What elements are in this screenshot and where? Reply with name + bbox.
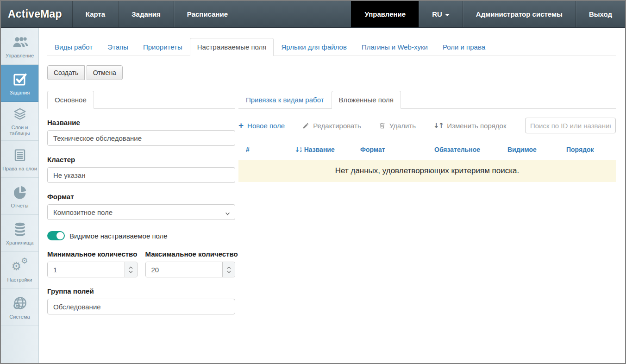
table-header-row: # ↓12 Название Формат Обязательное Видим…	[238, 133, 616, 160]
sidebar-item-system[interactable]: C Система	[1, 289, 38, 326]
tab-nested-fields[interactable]: Вложенные поля	[332, 91, 401, 109]
sidebar-item-label: Система	[9, 314, 30, 320]
sidebar-item-label: Слои и таблицы	[2, 125, 37, 137]
max-count-label: Максимальное количество	[145, 250, 236, 258]
right-tabs: Привязка к видам работ Вложенные поля	[238, 91, 616, 109]
new-field-label: Новое поле	[247, 122, 285, 130]
checkbox-icon	[12, 71, 28, 88]
pie-chart-icon	[12, 184, 28, 201]
chevron-up-icon	[129, 266, 133, 269]
sidebar-item-label: Задания	[10, 90, 30, 96]
visible-toggle-label: Видимое настраиваемое поле	[69, 232, 168, 240]
cluster-label: Кластер	[47, 156, 235, 163]
header-name-sortable[interactable]: ↓12 Название	[294, 146, 360, 153]
sidebar: Управление Задания Слои и таблицы Права …	[1, 28, 39, 363]
field-form-panel: Основное Название Кластер Формат Компози…	[47, 91, 235, 314]
group-input[interactable]	[47, 299, 235, 314]
create-button[interactable]: Создать	[47, 65, 85, 80]
visible-toggle[interactable]	[47, 231, 65, 240]
name-input[interactable]	[47, 130, 235, 146]
chevron-down-icon	[227, 270, 231, 273]
tab-file-labels[interactable]: Ярлыки для файлов	[274, 38, 354, 56]
max-count-group: Максимальное количество	[145, 250, 236, 277]
tab-priorities[interactable]: Приоритеты	[136, 38, 190, 56]
group-field-group: Группа полей	[47, 287, 235, 314]
sort-arrows-icon: ↓↑	[433, 121, 443, 130]
header-visible: Видимое	[507, 146, 566, 153]
tab-plugins-webhooks[interactable]: Плагины и Web-хуки	[354, 38, 435, 56]
min-count-group: Минимальное количество	[47, 250, 138, 277]
chevron-down-icon	[445, 14, 450, 16]
new-field-button[interactable]: + Новое поле	[238, 122, 285, 130]
sidebar-item-management[interactable]: Управление	[1, 28, 38, 65]
nav-item-management[interactable]: Управление	[351, 1, 419, 27]
form-tabs: Основное	[47, 91, 235, 109]
sidebar-item-settings[interactable]: ⚙⚙ Настройки	[1, 252, 38, 289]
max-count-input[interactable]	[146, 262, 223, 277]
cluster-field-group: Кластер	[47, 156, 235, 183]
cancel-button[interactable]: Отмена	[87, 65, 123, 80]
name-label: Название	[47, 119, 235, 126]
sort-numeric-icon: ↓12	[294, 146, 302, 153]
cluster-input[interactable]	[47, 167, 235, 183]
sidebar-item-layer-rights[interactable]: Права на слои	[1, 141, 38, 178]
search-input[interactable]	[525, 118, 616, 133]
delete-button[interactable]: Удалить	[379, 122, 416, 130]
min-count-input[interactable]	[48, 262, 125, 277]
sidebar-item-label: Управление	[6, 53, 34, 59]
header-name-label: Название	[304, 146, 335, 153]
visible-field-row: Видимое настраиваемое поле	[47, 231, 235, 240]
sidebar-item-label: Хранилища	[6, 240, 34, 246]
chevron-up-icon	[227, 266, 231, 269]
sidebar-item-label: Отчеты	[11, 203, 28, 209]
max-count-stepper[interactable]	[222, 262, 235, 277]
gears-icon: ⚙⚙	[12, 258, 28, 275]
plus-icon: +	[238, 122, 244, 129]
min-count-stepper[interactable]	[125, 262, 137, 277]
tab-roles-rights[interactable]: Роли и права	[435, 38, 493, 56]
nav-item-tasks[interactable]: Задания	[118, 1, 174, 27]
sidebar-item-label: Права на слои	[2, 166, 37, 172]
app-logo[interactable]: ActiveMap	[1, 1, 72, 27]
format-field-group: Формат Композитное поле	[47, 193, 235, 220]
reorder-label: Изменить порядок	[447, 122, 506, 130]
nav-item-user[interactable]: Администратор системы	[463, 1, 576, 27]
sidebar-item-reports[interactable]: Отчеты	[1, 178, 38, 215]
nav-item-language[interactable]: RU	[419, 1, 463, 27]
sidebar-item-label: Настройки	[7, 277, 32, 283]
chevron-down-icon	[225, 210, 230, 218]
name-field-group: Название	[47, 119, 235, 146]
sidebar-item-storages[interactable]: Хранилища	[1, 215, 38, 252]
header-number: #	[246, 146, 294, 153]
format-label: Формат	[47, 193, 235, 201]
top-navbar: ActiveMap Карта Задания Расписание Управ…	[1, 1, 625, 28]
header-required: Обязательное	[434, 146, 507, 153]
min-count-label: Минимальное количество	[47, 250, 138, 258]
tab-custom-fields[interactable]: Настраиваемые поля	[190, 38, 274, 56]
sidebar-item-layers-tables[interactable]: Слои и таблицы	[1, 102, 38, 141]
reorder-button[interactable]: ↓↑ Изменить порядок	[433, 121, 506, 130]
app-window: ActiveMap Карта Задания Расписание Управ…	[0, 0, 626, 364]
globe-icon: C	[12, 295, 28, 312]
main-tabs: Виды работ Этапы Приоритеты Настраиваемы…	[47, 38, 616, 56]
group-label: Группа полей	[47, 287, 235, 295]
pencil-icon	[302, 122, 309, 129]
tab-work-types[interactable]: Виды работ	[47, 38, 100, 56]
tab-work-type-binding[interactable]: Привязка к видам работ	[238, 91, 332, 109]
nav-item-logout[interactable]: Выход	[576, 1, 625, 27]
edit-button[interactable]: Редактировать	[302, 122, 361, 130]
svg-text:C: C	[15, 303, 19, 308]
nav-item-schedule[interactable]: Расписание	[174, 1, 241, 27]
tab-stages[interactable]: Этапы	[100, 38, 136, 56]
layers-icon	[12, 106, 28, 122]
header-order: Порядок	[566, 146, 608, 153]
sidebar-item-tasks[interactable]: Задания	[1, 65, 38, 102]
users-icon	[12, 34, 28, 50]
header-format: Формат	[360, 146, 434, 153]
nav-item-map[interactable]: Карта	[72, 1, 118, 27]
format-select[interactable]: Композитное поле	[47, 204, 235, 220]
nested-fields-toolbar: + Новое поле Редактировать Удалить ↓	[238, 118, 616, 133]
edit-label: Редактировать	[313, 122, 361, 130]
toggle-knob	[56, 232, 64, 239]
tab-general[interactable]: Основное	[47, 91, 94, 109]
